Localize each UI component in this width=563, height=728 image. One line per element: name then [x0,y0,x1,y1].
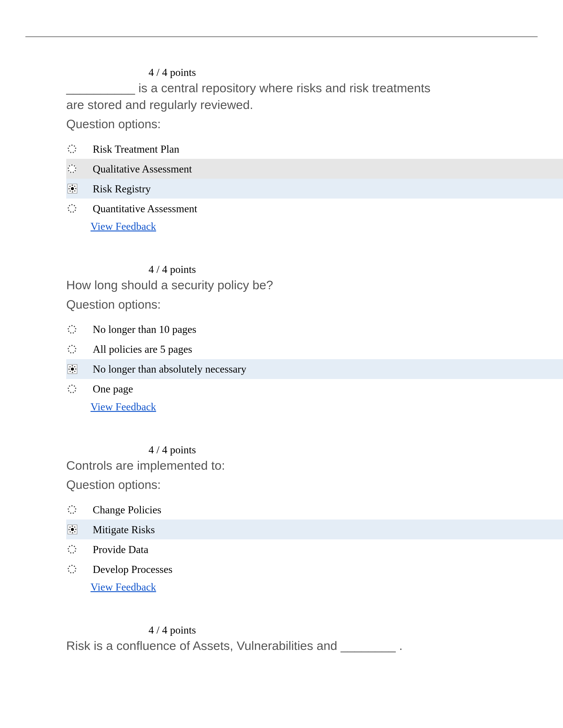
options-heading: Question options: [66,297,563,311]
radio-unselected-icon[interactable] [68,164,76,173]
radio-wrap [66,345,93,354]
option-label: Quantitative Assessment [93,203,197,215]
option-label: Risk Treatment Plan [93,143,179,155]
radio-unselected-icon[interactable] [68,565,76,574]
option-row[interactable]: Qualitative Assessment [66,159,563,179]
radio-unselected-icon[interactable] [68,545,76,554]
question-text: How long should a security policy be? [66,277,442,293]
content-area: 4 / 4 points__________ is a central repo… [66,66,563,685]
radio-wrap [66,144,93,153]
radio-wrap [66,184,93,193]
radio-selected-icon[interactable] [68,364,77,374]
radio-selected-icon[interactable] [68,525,77,534]
option-row[interactable]: One page [66,379,563,399]
radio-selected-icon[interactable] [68,184,77,193]
radio-unselected-icon[interactable] [68,505,76,514]
option-label: Provide Data [93,543,148,555]
page: 4 / 4 points__________ is a central repo… [0,0,563,728]
view-feedback-link[interactable]: View Feedback [90,401,156,413]
question-text: __________ is a central repository where… [66,80,442,113]
points-label: 4 / 4 points [66,263,278,275]
option-row[interactable]: Provide Data [66,539,563,559]
option-label: No longer than 10 pages [93,323,196,335]
option-row[interactable]: Develop Processes [66,559,563,579]
radio-wrap [66,525,93,534]
view-feedback-link[interactable]: View Feedback [90,581,156,593]
question-block: 4 / 4 pointsHow long should a security p… [66,263,563,413]
radio-wrap [66,364,93,374]
radio-wrap [66,505,93,514]
radio-unselected-icon[interactable] [68,345,76,354]
radio-unselected-icon[interactable] [68,385,76,393]
options-heading: Question options: [66,478,563,492]
option-row[interactable]: Quantitative Assessment [66,199,563,218]
option-label: All policies are 5 pages [93,343,192,355]
radio-unselected-icon[interactable] [68,144,76,153]
option-label: One page [93,383,133,395]
question-text: Risk is a confluence of Assets, Vulnerab… [66,637,442,654]
option-label: Risk Registry [93,183,151,195]
options-heading: Question options: [66,117,563,131]
points-label: 4 / 4 points [66,66,278,78]
question-block: 4 / 4 pointsControls are implemented to:… [66,444,563,593]
option-label: No longer than absolutely necessary [93,363,246,375]
radio-unselected-icon[interactable] [68,325,76,334]
option-label: Develop Processes [93,563,172,575]
question-block: 4 / 4 pointsRisk is a confluence of Asse… [66,624,563,654]
option-label: Qualitative Assessment [93,163,192,175]
radio-unselected-icon[interactable] [68,204,76,213]
option-row[interactable]: All policies are 5 pages [66,339,563,359]
option-row[interactable]: Risk Registry [66,179,563,199]
radio-wrap [66,164,93,173]
radio-wrap [66,204,93,213]
points-label: 4 / 4 points [66,624,278,636]
radio-wrap [66,545,93,554]
radio-wrap [66,565,93,574]
horizontal-rule [25,36,538,37]
question-block: 4 / 4 points__________ is a central repo… [66,66,563,232]
option-row[interactable]: Risk Treatment Plan [66,139,563,159]
option-row[interactable]: No longer than absolutely necessary [66,359,563,379]
option-row[interactable]: Change Policies [66,500,563,520]
radio-wrap [66,325,93,334]
option-label: Change Policies [93,504,161,516]
option-row[interactable]: No longer than 10 pages [66,319,563,339]
view-feedback-link[interactable]: View Feedback [90,220,156,232]
points-label: 4 / 4 points [66,444,278,456]
radio-wrap [66,385,93,393]
option-row[interactable]: Mitigate Risks [66,520,563,539]
question-text: Controls are implemented to: [66,457,442,474]
option-label: Mitigate Risks [93,523,155,536]
